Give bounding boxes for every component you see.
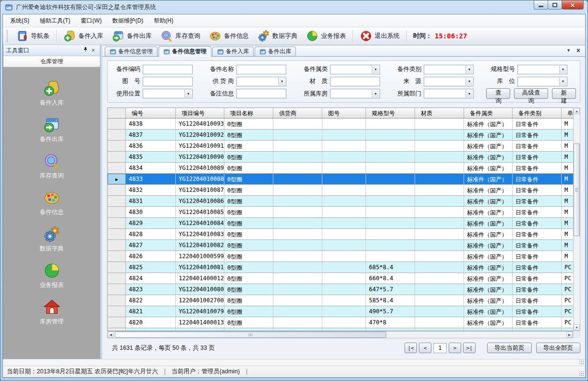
- drawing-no-input[interactable]: [143, 77, 193, 86]
- column-header[interactable]: 单位: [562, 108, 573, 118]
- table-row[interactable]: ▶4833YG122040100880型圈标准件（国产）日常备件M: [108, 174, 573, 185]
- next-page-button[interactable]: >: [449, 343, 461, 353]
- table-row[interactable]: 4834YG122040100890型圈标准件（国产）日常备件M: [108, 163, 573, 174]
- new-button[interactable]: 新建: [552, 88, 576, 99]
- table-row[interactable]: 4836YG122040100910型圈标准件（国产）日常备件M: [108, 141, 573, 152]
- warehouse-combo[interactable]: ▼: [330, 89, 380, 98]
- remark-input[interactable]: [236, 89, 286, 98]
- column-header[interactable]: 编号: [126, 108, 176, 118]
- minimize-button[interactable]: [534, 0, 548, 10]
- table-row[interactable]: 4831YG122040100860型圈标准件（国产）日常备件M: [108, 196, 573, 207]
- part-name-input[interactable]: [236, 65, 286, 74]
- part-category-combo[interactable]: ▼: [330, 65, 380, 74]
- material-input[interactable]: [330, 77, 380, 86]
- menu-data-maintain[interactable]: 数据维护(D): [107, 15, 149, 27]
- scroll-up-icon[interactable]: ▲: [574, 108, 580, 114]
- table-row[interactable]: 4835YG122040100900型圈标准件（国产）日常备件M: [108, 152, 573, 163]
- part-type-combo[interactable]: ▼: [424, 65, 474, 74]
- toolbar-part-in-button[interactable]: 备件入库: [59, 29, 108, 43]
- table-row[interactable]: 482012204014000130型圈470*8标准件（国产）日常备件PC: [108, 317, 573, 328]
- scroll-right-icon[interactable]: ▶: [566, 332, 573, 338]
- table-cell: 0型圈: [224, 185, 273, 195]
- source-combo[interactable]: ▼: [424, 77, 474, 86]
- dock-item-stock-query[interactable]: 库存查询: [40, 153, 64, 180]
- dock-item-business-report[interactable]: 业务报表: [40, 262, 64, 289]
- supplier-combo[interactable]: ▼: [236, 77, 286, 86]
- table-row[interactable]: 4823YG122040100800型圈647*5.7标准件（国产）日常备件PC: [108, 284, 573, 295]
- column-header[interactable]: 规格型号: [366, 108, 415, 118]
- toolbar-part-info-button[interactable]: 备件信息: [205, 29, 253, 43]
- column-header[interactable]: 备件属类: [464, 108, 513, 118]
- tab-list-chevron-down-icon[interactable]: ▼: [566, 48, 571, 53]
- menu-system[interactable]: 系统(S): [5, 15, 35, 27]
- scroll-down-icon[interactable]: ▼: [574, 324, 580, 331]
- dock-item-part-out[interactable]: 备件出库: [40, 116, 64, 143]
- page-number-input[interactable]: [433, 343, 447, 353]
- spec-model-combo[interactable]: ▼: [517, 65, 567, 74]
- vertical-scrollbar[interactable]: ▲ ▼: [573, 107, 580, 331]
- column-header[interactable]: 项目名称: [224, 108, 273, 118]
- tab-close-icon[interactable]: ×: [576, 48, 580, 53]
- table-row[interactable]: 482212204010027000型圈585*8.4标准件（国产）日常备件PC: [108, 295, 573, 306]
- maximize-button[interactable]: [548, 0, 562, 10]
- close-button[interactable]: ×: [562, 0, 584, 10]
- table-row[interactable]: 4827YG122040100820型圈标准件（国产）日常备件M: [108, 240, 573, 251]
- menu-window[interactable]: 窗口(W): [75, 15, 107, 27]
- table-row[interactable]: 4830YG122040100850型圈标准件（国产）日常备件M: [108, 207, 573, 218]
- tab-part-info-mgmt-2[interactable]: 备件信息管理: [159, 46, 211, 57]
- dock-item-warehouse-mgmt[interactable]: 库房管理: [40, 298, 64, 326]
- column-header[interactable]: 备件类别: [513, 108, 562, 118]
- scroll-left-icon[interactable]: ◀: [108, 332, 114, 338]
- table-row[interactable]: 482612204010005990型圈标准件（国产）日常备件M: [108, 251, 573, 262]
- part-code-input[interactable]: [143, 65, 193, 74]
- table-cell: M: [562, 240, 573, 250]
- location-combo[interactable]: ▼: [517, 77, 567, 86]
- horizontal-scrollbar[interactable]: ◀ ▶: [107, 331, 573, 338]
- tab-part-info-mgmt-1[interactable]: 备件信息管理: [105, 47, 158, 56]
- table-row[interactable]: 4838YG122040100930型圈标准件（国产）日常备件M: [108, 119, 573, 130]
- table-row[interactable]: 4837YG122040100920型圈标准件（国产）日常备件M: [108, 130, 573, 141]
- pin-icon[interactable]: [82, 47, 89, 54]
- table-row[interactable]: 4825YG122040100810型圈685*8.4标准件（国产）日常备件PC: [108, 262, 573, 273]
- column-header[interactable]: 材质: [415, 108, 464, 118]
- v-scroll-thumb[interactable]: [574, 143, 580, 236]
- table-row[interactable]: 4829YG122040100840型圈标准件（国产）日常备件M: [108, 218, 573, 229]
- table-cell: 0型圈: [224, 207, 273, 217]
- table-row[interactable]: 4832YG122040100870型圈标准件（国产）日常备件M: [108, 185, 573, 196]
- dock-close-icon[interactable]: ×: [89, 47, 97, 54]
- toolbar-exit-system-button[interactable]: 退出系统: [355, 29, 404, 43]
- toolbar-data-dict-button[interactable]: 数据字典: [253, 29, 302, 43]
- table-row[interactable]: 4828YG122040100830型圈标准件（国产）日常备件M: [108, 229, 573, 240]
- tab-part-out[interactable]: 备件出库: [255, 47, 296, 56]
- table-row[interactable]: 0型圈标准件（国产）日常备件: [108, 328, 573, 331]
- dock-item-part-info[interactable]: 备件信息: [40, 189, 64, 216]
- table-row[interactable]: 482412204014000120型圈660*8.4标准件（国产）日常备件PC: [108, 273, 573, 284]
- export-current-page-button[interactable]: 导出当前页: [487, 343, 532, 353]
- export-all-pages-button[interactable]: 导出全部页: [536, 343, 581, 353]
- h-scroll-thumb[interactable]: [115, 332, 386, 338]
- advanced-query-button[interactable]: 高级查询: [514, 88, 548, 99]
- usage-position-combo[interactable]: ▼: [143, 89, 193, 98]
- toolbar-navbar-button[interactable]: 导航条: [12, 29, 54, 43]
- toolbar-part-out-button[interactable]: 备件出库: [108, 29, 156, 43]
- dock-item-part-in[interactable]: 备件入库: [40, 80, 64, 107]
- column-header[interactable]: 项目编号: [176, 108, 224, 118]
- dock-item-data-dict[interactable]: 数据字典: [40, 226, 64, 253]
- menu-help[interactable]: 帮助(H): [148, 15, 179, 27]
- toolbar-business-report-button[interactable]: 业务报表: [302, 29, 350, 43]
- first-page-button[interactable]: |<: [404, 343, 417, 353]
- tab-part-in[interactable]: 备件入库: [212, 47, 254, 56]
- toolbar-grip[interactable]: [7, 30, 9, 42]
- query-button[interactable]: 查询: [486, 88, 510, 99]
- table-row[interactable]: 4821YG122040100790型圈490*5.7标准件（国产）日常备件PC: [108, 306, 573, 317]
- last-page-button[interactable]: >|: [463, 343, 476, 353]
- column-header[interactable]: 供货商: [273, 108, 322, 118]
- department-combo[interactable]: ▼: [424, 89, 474, 98]
- row-indicator: ▶: [108, 174, 126, 184]
- resize-grip[interactable]: [579, 371, 584, 376]
- prev-page-button[interactable]: <: [419, 343, 431, 353]
- menu-aux-tools[interactable]: 辅助工具(T): [35, 15, 75, 27]
- column-header[interactable]: 图号: [322, 108, 366, 118]
- toolbar-stock-query-button[interactable]: 库存查询: [156, 29, 205, 43]
- table-cell: [415, 163, 464, 173]
